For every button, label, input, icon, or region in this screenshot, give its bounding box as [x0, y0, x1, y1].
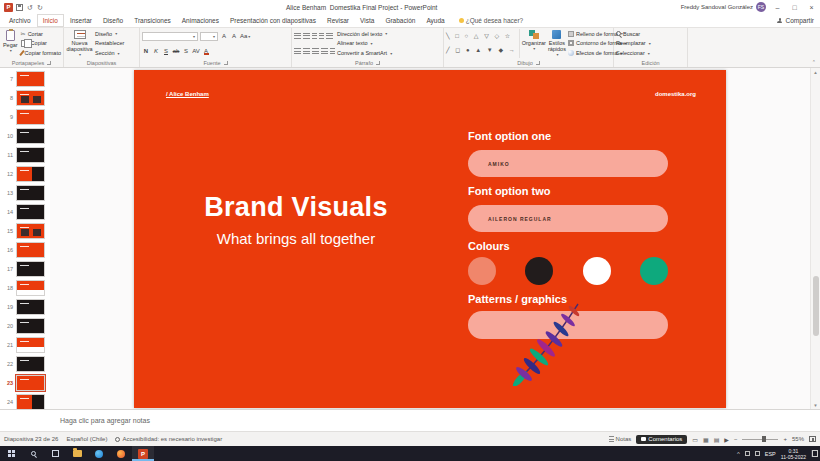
text-direction-button[interactable]: Dirección del texto	[337, 31, 392, 37]
font-color-button[interactable]: A	[202, 46, 210, 55]
clock[interactable]: 0:31 11-05-2022	[781, 448, 806, 460]
slide-thumbnail-current[interactable]: 23	[0, 373, 50, 392]
fit-to-window-icon[interactable]	[809, 436, 816, 442]
select-button[interactable]: Seleccionar	[616, 50, 651, 56]
slide-sorter-view-icon[interactable]: ▦	[703, 436, 709, 443]
align-left-icon[interactable]	[294, 48, 301, 54]
arrange-button[interactable]: Organizar	[522, 29, 546, 58]
reset-button[interactable]: Restablecer	[95, 40, 124, 46]
bullets-icon[interactable]	[294, 33, 301, 39]
user-avatar[interactable]: FS	[756, 2, 766, 12]
layout-button[interactable]: Diseño	[95, 31, 124, 37]
slide-thumbnail[interactable]: 16	[0, 240, 50, 259]
section-button[interactable]: Sección	[95, 50, 124, 56]
cut-button[interactable]: ✂Cortar	[21, 31, 61, 37]
slide-thumbnail[interactable]: 18	[0, 278, 50, 297]
slide-thumbnail[interactable]: 8	[0, 88, 50, 107]
find-button[interactable]: Buscar	[616, 31, 651, 37]
slide-title-block[interactable]: Brand Visuals What brings all together	[162, 192, 430, 247]
tab-diseno[interactable]: Diseño	[98, 15, 128, 26]
slide-thumbnail[interactable]: 12	[0, 164, 50, 183]
notification-center-icon[interactable]	[811, 450, 818, 457]
maximize-button[interactable]: □	[786, 0, 803, 14]
volume-icon[interactable]	[755, 451, 760, 456]
character-spacing-button[interactable]: AV	[192, 46, 200, 55]
tab-ayuda[interactable]: Ayuda	[421, 15, 449, 26]
align-right-icon[interactable]	[312, 48, 319, 54]
slide-thumbnail[interactable]: 9	[0, 107, 50, 126]
slideshow-view-icon[interactable]: ▶	[724, 436, 729, 443]
italic-button[interactable]: K	[152, 46, 160, 55]
shapes-row[interactable]: ╲ □ ○ △ ▽ ◇ ☆	[446, 33, 517, 40]
zoom-in-icon[interactable]: +	[783, 436, 787, 442]
justify-icon[interactable]	[321, 48, 328, 54]
powerpoint-taskbar-button[interactable]: P	[132, 446, 154, 461]
swatch-salmon[interactable]	[468, 257, 496, 285]
notes-pane[interactable]: Haga clic para agregar notas	[0, 409, 820, 431]
dialog-launcher-icon[interactable]	[47, 61, 51, 65]
slide-thumbnail[interactable]: 21	[0, 335, 50, 354]
scroll-down-icon[interactable]: ▼	[813, 401, 817, 409]
zoom-level[interactable]: 55%	[792, 436, 804, 442]
tab-insertar[interactable]: Insertar	[65, 15, 97, 26]
slide-thumbnail[interactable]: 17	[0, 259, 50, 278]
slide-thumbnail[interactable]: 13	[0, 183, 50, 202]
shrink-font-button[interactable]: A	[230, 32, 238, 41]
new-slide-button[interactable]: Nueva diapositiva	[66, 29, 93, 58]
paste-button[interactable]: Pegar	[2, 29, 19, 58]
swatch-white[interactable]	[583, 257, 611, 285]
shapes-gallery[interactable]: ╲ □ ○ △ ▽ ◇ ☆ ╱ ◻ ● ▲ ▼ ◆ →	[446, 29, 520, 58]
zoom-slider-thumb[interactable]	[762, 436, 766, 442]
font-two-pill[interactable]: AILERON REGULAR	[468, 205, 668, 232]
slide-thumbnail[interactable]: 15	[0, 221, 50, 240]
tab-presentacion[interactable]: Presentación con diapositivas	[225, 15, 321, 26]
slide-thumbnail[interactable]: 7	[0, 69, 50, 88]
strikethrough-button[interactable]: ab	[172, 46, 180, 55]
tab-transiciones[interactable]: Transiciones	[129, 15, 176, 26]
columns-icon[interactable]	[330, 48, 335, 54]
input-language[interactable]: ESP	[765, 451, 776, 457]
taskbar-search-button[interactable]	[22, 446, 44, 461]
zoom-slider[interactable]	[742, 439, 778, 440]
font-name-combo[interactable]	[142, 32, 198, 41]
comments-button[interactable]: Comentarios	[636, 435, 687, 444]
increase-indent-icon[interactable]	[319, 33, 324, 39]
close-button[interactable]: ×	[803, 0, 820, 14]
accessibility-status[interactable]: Accesibilidad: es necesario investigar	[115, 436, 222, 442]
edge-button[interactable]	[88, 446, 110, 461]
quick-styles-button[interactable]: Estilos rápidos	[548, 29, 566, 58]
replace-button[interactable]: Reemplazar	[616, 40, 651, 46]
slide-thumbnail[interactable]: 14	[0, 202, 50, 221]
dialog-launcher-icon[interactable]	[376, 61, 380, 65]
tray-expand-icon[interactable]: ^	[737, 451, 740, 457]
language-indicator[interactable]: Español (Chile)	[66, 436, 107, 442]
slide-thumbnail[interactable]: 24	[0, 392, 50, 409]
vertical-scrollbar[interactable]: ▲ ▼	[810, 68, 820, 409]
numbering-icon[interactable]	[303, 33, 310, 39]
normal-view-icon[interactable]: ▭	[692, 436, 698, 443]
undo-icon[interactable]: ↺	[27, 4, 33, 11]
tab-animaciones[interactable]: Animaciones	[177, 15, 224, 26]
user-name[interactable]: Freddy Sandoval González	[681, 4, 753, 10]
font-size-combo[interactable]	[200, 32, 218, 41]
tab-grabacion[interactable]: Grabación	[380, 15, 420, 26]
zoom-out-icon[interactable]: −	[734, 436, 738, 442]
font-one-pill[interactable]: AMIKO	[468, 150, 668, 177]
network-icon[interactable]	[745, 451, 750, 456]
tell-me-box[interactable]: ¿Qué desea hacer?	[459, 17, 523, 24]
share-button[interactable]: Compartir	[777, 17, 814, 24]
grow-font-button[interactable]: A	[220, 32, 228, 41]
swatch-teal[interactable]	[640, 257, 668, 285]
slide-thumbnail[interactable]: 19	[0, 297, 50, 316]
dialog-launcher-icon[interactable]	[536, 61, 540, 65]
notes-toggle-button[interactable]: Notas	[609, 436, 632, 442]
scrollbar-thumb[interactable]	[813, 276, 819, 336]
slide-thumbnail[interactable]: 20	[0, 316, 50, 335]
format-painter-button[interactable]: Copiar formato	[21, 50, 61, 56]
redo-icon[interactable]: ↻	[37, 4, 43, 11]
tab-revisar[interactable]: Revisar	[322, 15, 354, 26]
scroll-up-icon[interactable]: ▲	[813, 68, 817, 76]
line-spacing-icon[interactable]	[326, 33, 333, 39]
text-shadow-button[interactable]: S	[182, 46, 190, 55]
copy-button[interactable]: Copiar	[21, 40, 61, 47]
